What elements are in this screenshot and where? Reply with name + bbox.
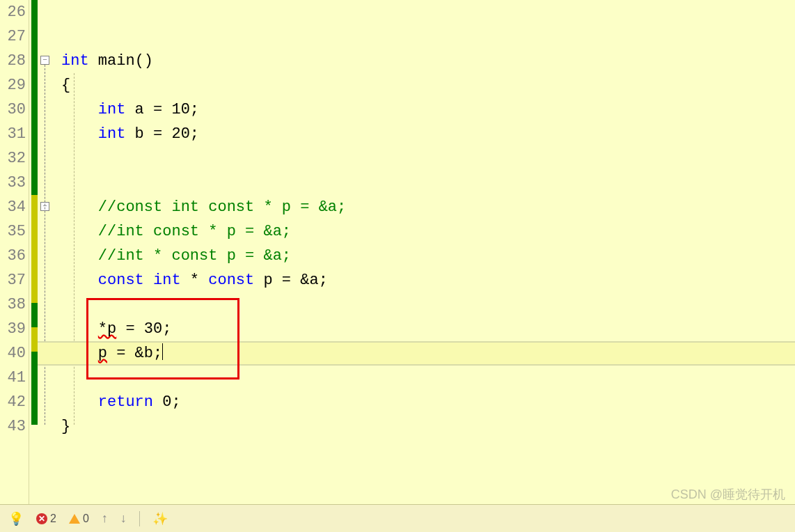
next-arrow-icon[interactable]: ↓ (120, 511, 127, 526)
separator (139, 511, 140, 526)
code-text-area[interactable]: int main() { int a = 10; int b = 20; //c… (61, 0, 795, 504)
fold-toggle-icon[interactable]: − (40, 56, 49, 65)
lightbulb-icon[interactable]: 💡 (8, 511, 24, 526)
fold-column[interactable]: − − (38, 0, 61, 504)
line-number-gutter: 26 27 28 29 30 31 32 33 34 35 36 37 38 3… (0, 0, 29, 504)
text-cursor (162, 343, 163, 360)
watermark-text: CSDN @睡觉待开机 (671, 486, 785, 503)
status-bar: 💡 ✕ 2 0 ↑ ↓ ✨ (0, 504, 795, 532)
error-squiggle: p (98, 345, 107, 362)
wand-icon[interactable]: ✨ (152, 511, 168, 526)
change-marker-column (29, 0, 38, 504)
prev-arrow-icon[interactable]: ↑ (102, 511, 108, 526)
warning-icon (69, 514, 80, 524)
error-squiggle: *p (98, 320, 116, 338)
code-editor[interactable]: 26 27 28 29 30 31 32 33 34 35 36 37 38 3… (0, 0, 795, 504)
error-icon: ✕ (36, 513, 47, 524)
warning-count[interactable]: 0 (69, 513, 89, 525)
error-count[interactable]: ✕ 2 (36, 513, 56, 525)
